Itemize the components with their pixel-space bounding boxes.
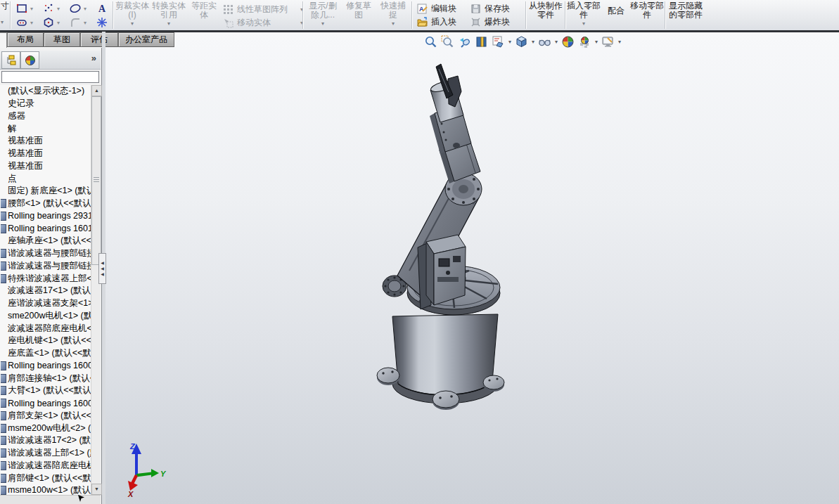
graphics-viewport[interactable]: [105, 32, 839, 504]
dropdown-arrow-icon[interactable]: ▾: [30, 20, 33, 26]
feature-tree-item[interactable]: 解: [0, 122, 91, 135]
feature-tree-item[interactable]: 视基准面: [0, 135, 91, 148]
feature-tree-item[interactable]: 座底盖<1> (默认<<默: [0, 347, 91, 360]
view-orientation-button[interactable]: [491, 34, 506, 49]
feature-tree-item[interactable]: 座轴承座<1> (默认<<: [0, 235, 91, 247]
feature-tree-item[interactable]: Rolling bearings 1600: [0, 397, 91, 410]
edit-appearance-button[interactable]: [561, 34, 575, 49]
zoom-to-area-button[interactable]: [440, 34, 455, 49]
dropdown-arrow-icon[interactable]: ▾: [57, 6, 60, 12]
dropdown-arrow-icon[interactable]: ▾: [57, 20, 60, 26]
offset-entities-button[interactable]: 等距实体: [188, 1, 220, 20]
feature-tree-item[interactable]: 谐波减速器上部<1> (默: [0, 447, 91, 460]
dropdown-arrow-icon[interactable]: ▾: [84, 6, 87, 12]
quick-snaps-button[interactable]: 快速捕捉 ▾: [377, 1, 409, 27]
feature-tree-item[interactable]: msme100w<1> (默认: [0, 484, 91, 495]
make-part-from-block-button[interactable]: 从块制作零件: [528, 1, 563, 20]
trim-entities-button[interactable]: 剪裁实体(I) ▾: [115, 1, 150, 27]
tab-office-products[interactable]: 办公室产品: [118, 32, 174, 47]
feature-tree-item[interactable]: 视基准面: [0, 160, 91, 173]
edit-block-button[interactable]: A 编辑块: [416, 3, 456, 15]
scrollbar-thumb[interactable]: [91, 96, 101, 265]
feature-tree-item[interactable]: 波减速器陪底座电机<2: [0, 322, 91, 335]
dropdown-arrow-icon[interactable]: ▾: [567, 21, 601, 27]
feature-tree-item[interactable]: 肩部键<1> (默认<<默: [0, 472, 91, 484]
show-hidden-components-button[interactable]: 显示隐藏的零部件: [667, 1, 704, 20]
display-delete-relations-button[interactable]: 显示/删除几... ▾: [305, 1, 340, 27]
ellipse-tool-icon[interactable]: [69, 2, 82, 15]
dropdown-arrow-icon[interactable]: ▾: [30, 6, 33, 12]
dropdown-arrow-icon[interactable]: ▾: [532, 39, 534, 45]
smart-dimension-button-partial[interactable]: 寸 ▾: [0, 0, 10, 30]
feature-tree-item[interactable]: 谐波减速器陪底座电机: [0, 460, 91, 472]
scroll-up-button[interactable]: ▲: [91, 85, 102, 96]
move-component-button[interactable]: 移动零部件: [630, 1, 664, 20]
move-entities-button[interactable]: 移动实体 ▾: [222, 17, 303, 29]
dropdown-arrow-icon[interactable]: ▾: [508, 39, 511, 45]
explode-block-button[interactable]: 爆炸块: [470, 16, 510, 28]
feature-tree-item[interactable]: 谐波减速器与腰部链接: [0, 247, 91, 260]
insert-component-button[interactable]: 插入零部件 ▾: [567, 1, 601, 27]
dropdown-arrow-icon[interactable]: ▾: [151, 21, 186, 27]
tab-sketch[interactable]: 草图: [44, 32, 80, 47]
feature-tree-item[interactable]: sme200w电机<1> (默: [0, 310, 91, 323]
convert-entities-button[interactable]: 转换实体引用 ▾: [151, 1, 186, 27]
feature-tree-item[interactable]: 肩部连接轴<1> (默认<: [0, 372, 91, 385]
insert-block-button[interactable]: 插入块: [416, 16, 456, 28]
fillet-tool-icon[interactable]: [69, 16, 82, 29]
feature-tree-item[interactable]: 肩部支架<1> (默认<<: [0, 410, 91, 422]
text-tool-icon[interactable]: A: [96, 2, 108, 15]
feature-tree-item[interactable]: msme200w电机<2> (: [0, 422, 91, 434]
dropdown-arrow-icon[interactable]: ▾: [377, 21, 409, 27]
feature-tree-item[interactable]: Rolling bearings 1601: [0, 222, 91, 235]
scroll-down-button[interactable]: ▼: [91, 484, 102, 495]
repair-sketch-button[interactable]: 修复草图: [342, 1, 375, 20]
section-view-button[interactable]: [474, 34, 489, 49]
tab-layout[interactable]: 布局: [7, 32, 44, 47]
feature-manager-tab-button[interactable]: [1, 51, 20, 69]
slot-tool-icon[interactable]: [15, 16, 28, 29]
feature-tree-item[interactable]: 史记录: [0, 98, 91, 110]
feature-tree-item[interactable]: 大臂<1> (默认<<默认: [0, 385, 91, 397]
feature-tree-item[interactable]: Rolling bearings 1600: [0, 360, 91, 373]
tree-vertical-scrollbar[interactable]: ▲ ▼: [91, 85, 101, 495]
feature-tree-item[interactable]: 腰部<1> (默认<<默认: [0, 198, 91, 210]
feature-tree-item[interactable]: 特殊谐波减速器上部<1: [0, 272, 91, 285]
panel-collapse-handle[interactable]: ◀ ◀ ◀: [98, 253, 106, 284]
feature-tree-item[interactable]: 谐波减速器17<2> (默: [0, 434, 91, 447]
feature-tree-item[interactable]: 点: [0, 172, 91, 185]
previous-view-button[interactable]: [457, 34, 472, 49]
feature-tree[interactable]: (默认<显示状态-1>) 史记录 感器 解 视基准面: [0, 85, 91, 495]
feature-tree-item[interactable]: 座谐波减速器支架<1> (: [0, 297, 91, 310]
feature-tree-item[interactable]: 座电机键<1> (默认<<: [0, 335, 91, 347]
dropdown-arrow-icon[interactable]: ▾: [115, 21, 150, 27]
zoom-to-fit-button[interactable]: [423, 34, 438, 49]
dropdown-arrow-icon[interactable]: ▾: [1, 19, 10, 25]
polygon-tool-icon[interactable]: [42, 16, 55, 29]
display-manager-tab-button[interactable]: [20, 51, 39, 69]
filter-input[interactable]: [1, 71, 99, 83]
feature-tree-item[interactable]: 感器: [0, 110, 91, 123]
dropdown-arrow-icon[interactable]: ▾: [595, 39, 598, 45]
mate-button[interactable]: 配合: [602, 6, 630, 15]
feature-tree-item[interactable]: 固定) 新底座<1> (默认<: [0, 185, 91, 198]
linear-sketch-pattern-button[interactable]: 线性草图阵列 ▾: [222, 4, 303, 15]
dropdown-arrow-icon[interactable]: ▾: [84, 20, 87, 26]
hide-show-items-button[interactable]: [537, 34, 552, 49]
tab-evaluate[interactable]: 评估: [80, 32, 118, 47]
point-pattern-tool-icon[interactable]: [42, 2, 55, 15]
dropdown-arrow-icon[interactable]: ▾: [305, 21, 340, 27]
construction-star-tool-icon[interactable]: [96, 16, 108, 29]
view-settings-button[interactable]: [601, 34, 615, 49]
display-style-button[interactable]: [514, 34, 529, 49]
rectangle-tool-icon[interactable]: [15, 2, 28, 15]
tab-partial-active[interactable]: [0, 32, 7, 49]
feature-tree-item[interactable]: (默认<显示状态-1>): [0, 85, 91, 98]
panel-expand-button[interactable]: »: [91, 53, 96, 63]
feature-tree-item[interactable]: 谐波减速器与腰部链接: [0, 260, 91, 273]
feature-tree-item[interactable]: Rolling bearings 2931: [0, 210, 91, 223]
apply-scene-button[interactable]: [577, 34, 592, 49]
feature-tree-item[interactable]: 视基准面: [0, 148, 91, 160]
feature-tree-item[interactable]: 波减速器17<1> (默认<: [0, 285, 91, 297]
save-block-button[interactable]: 保存块: [470, 3, 510, 15]
